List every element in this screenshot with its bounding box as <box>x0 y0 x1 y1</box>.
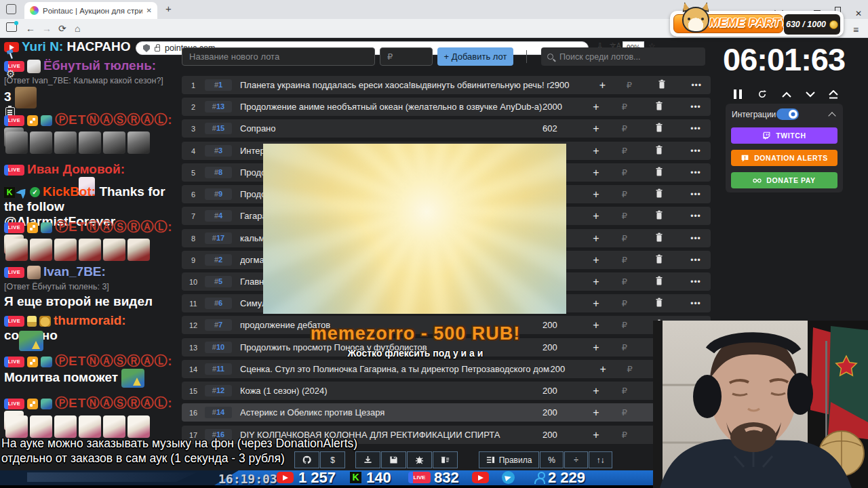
side-panel-icon[interactable] <box>6 22 17 32</box>
sort-button[interactable]: ↑↓ <box>589 451 612 468</box>
add-amount-button[interactable]: + <box>580 123 612 135</box>
subtract-time-button[interactable] <box>802 86 819 102</box>
restart-timer-button[interactable] <box>753 86 771 102</box>
lot-name[interactable]: Планета украина поддалась ереси хаоса!вы… <box>240 80 550 90</box>
lot-name[interactable]: Кожа (1 сезон) (2024) <box>240 386 542 396</box>
github-button[interactable] <box>294 451 319 468</box>
collapse-chevron-icon[interactable] <box>828 112 835 119</box>
trash-icon[interactable] <box>637 167 681 178</box>
trash-icon[interactable] <box>637 276 681 287</box>
add-amount-button[interactable]: + <box>580 407 612 419</box>
webcam-scene <box>653 321 868 488</box>
trash-icon[interactable] <box>637 298 681 309</box>
lot-row[interactable]: 3#15Сопрано602+₽••• <box>182 119 711 138</box>
trash-icon[interactable] <box>637 101 681 113</box>
trash-icon[interactable] <box>637 210 681 222</box>
tab-tiling-icon[interactable] <box>6 4 16 14</box>
forward-icon[interactable]: → <box>42 23 52 34</box>
gear-icon[interactable]: ⚙ <box>6 68 15 80</box>
add-amount-button[interactable]: + <box>580 101 612 113</box>
add-amount-button[interactable]: + <box>580 210 612 222</box>
add-amount-button[interactable]: + <box>580 385 612 397</box>
divide-button[interactable]: ÷ <box>564 451 588 468</box>
integrations-toggle[interactable] <box>776 108 799 120</box>
new-lot-price-input[interactable] <box>380 47 433 66</box>
more-options-icon[interactable]: ••• <box>681 299 711 308</box>
save-button[interactable] <box>381 451 406 468</box>
new-lot-name-input[interactable] <box>182 47 375 66</box>
add-amount-button[interactable]: + <box>580 232 612 245</box>
live-badge-icon: LIVE <box>4 399 24 409</box>
add-amount-button[interactable]: + <box>580 276 612 288</box>
lot-name[interactable]: Сопрано <box>240 123 542 134</box>
pause-button[interactable] <box>729 86 747 102</box>
browser-menu-icon[interactable]: ≡ <box>853 24 859 35</box>
add-lot-button[interactable]: + Добавить лот <box>437 47 513 66</box>
trash-icon[interactable] <box>637 232 681 244</box>
add-amount-button[interactable]: + <box>580 145 612 157</box>
trash-icon[interactable] <box>637 254 681 266</box>
max-time-button[interactable] <box>825 86 842 102</box>
trash-icon[interactable] <box>642 79 682 91</box>
lot-row[interactable]: 15#12Кожа (1 сезон) (2024)200+₽••• <box>182 382 711 400</box>
trash-icon[interactable] <box>637 123 681 134</box>
add-amount-button[interactable]: + <box>588 79 617 92</box>
currency-button[interactable]: $ <box>320 451 345 468</box>
lot-name[interactable]: Продолжение аниме необъятный океан (жела… <box>240 102 542 112</box>
download-button[interactable] <box>355 451 380 468</box>
donation-alerts-button[interactable]: DONATION ALERTS <box>731 150 837 166</box>
add-time-button[interactable] <box>778 86 795 102</box>
webcam-view <box>653 321 868 488</box>
lot-name[interactable]: Сценка. Стул это Полиночка Гагарина, а т… <box>240 364 550 374</box>
back-icon[interactable]: ← <box>26 23 35 34</box>
trash-icon[interactable] <box>637 188 681 200</box>
donation-alerts-icon <box>741 154 749 163</box>
lot-name[interactable]: Астерикс и Обеликс против Цезаря <box>240 407 542 418</box>
meme-party-widget[interactable]: MEME PARTY 630 / 1000 <box>670 11 844 37</box>
new-tab-button[interactable]: + <box>165 3 172 14</box>
add-amount-button[interactable]: + <box>580 429 612 441</box>
browser-tab[interactable]: Pointauc | Аукцион для стриме ✕ <box>24 2 157 19</box>
tab-close-icon[interactable]: ✕ <box>146 7 152 14</box>
lot-id-badge: #5 <box>205 276 232 287</box>
rules-button[interactable]: Правила <box>479 451 539 468</box>
add-amount-button[interactable]: + <box>580 298 612 310</box>
more-options-icon[interactable]: ••• <box>681 102 711 112</box>
clear-lots-button[interactable] <box>433 451 458 468</box>
lot-search-input[interactable] <box>558 52 699 62</box>
lot-row[interactable]: 14#11Сценка. Стул это Полиночка Гагарина… <box>182 360 711 378</box>
lot-id-badge: #15 <box>205 123 232 134</box>
favicon <box>30 6 39 15</box>
lot-row[interactable]: 1#1Планета украина поддалась ереси хаоса… <box>182 76 711 94</box>
more-options-icon[interactable]: ••• <box>681 190 711 199</box>
more-options-icon[interactable]: ••• <box>681 277 711 287</box>
more-options-icon[interactable]: ••• <box>681 256 711 265</box>
lot-row[interactable]: 2#13Продолжение аниме необъятный океан (… <box>182 98 711 116</box>
reload-icon[interactable]: ⟳ <box>58 23 66 34</box>
donate-pay-button[interactable]: DONATE PAY <box>731 172 837 188</box>
debug-button[interactable] <box>407 451 432 468</box>
sub-badge-icon <box>27 399 38 409</box>
lot-row[interactable]: 16#14Астерикс и Обеликс против Цезаря200… <box>182 403 711 422</box>
add-amount-button[interactable]: + <box>580 254 612 266</box>
add-amount-button[interactable]: + <box>580 167 612 179</box>
drink-badge-icon <box>27 316 37 327</box>
chat-message: LIVEⓅEТⓃⒶⓈⓇⒶⓁ: Молитва поможет <box>4 354 178 388</box>
more-options-icon[interactable]: ••• <box>681 146 711 156</box>
lot-search-box[interactable] <box>541 47 705 66</box>
more-options-icon[interactable]: ••• <box>681 234 711 243</box>
more-options-icon[interactable]: ••• <box>681 124 711 134</box>
trash-icon[interactable] <box>637 145 681 157</box>
percent-button[interactable]: % <box>540 451 564 468</box>
twitch-button[interactable]: TWITCH <box>731 127 837 144</box>
window-close-icon[interactable]: ✕ <box>855 7 865 14</box>
more-options-icon[interactable]: ••• <box>681 211 711 221</box>
emote-row <box>5 415 150 438</box>
more-options-icon[interactable]: ••• <box>681 168 711 178</box>
add-amount-button[interactable]: + <box>580 342 612 354</box>
home-icon[interactable]: ⌂ <box>75 23 80 34</box>
add-amount-button[interactable]: + <box>580 188 612 201</box>
add-amount-button[interactable]: + <box>580 319 612 331</box>
add-amount-button[interactable]: + <box>588 363 617 375</box>
more-options-icon[interactable]: ••• <box>682 81 711 90</box>
